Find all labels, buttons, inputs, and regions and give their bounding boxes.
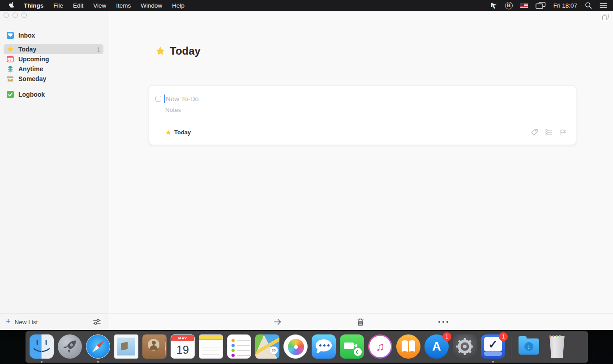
dock-item-safari[interactable] <box>86 334 110 362</box>
menu-clock[interactable]: Fri 18:07 <box>553 2 577 9</box>
someday-box-icon <box>7 75 14 82</box>
flag-icon[interactable] <box>559 128 567 136</box>
facetime-icon <box>340 334 364 359</box>
menu-app-name[interactable]: Things <box>24 2 43 9</box>
notes-icon <box>199 334 223 359</box>
more-options-button[interactable] <box>438 321 448 323</box>
logbook-check-icon <box>7 91 14 98</box>
dock-item-app-store[interactable]: A 1 <box>424 334 449 362</box>
menu-help[interactable]: Help <box>172 2 184 9</box>
move-arrow-button[interactable] <box>274 318 282 326</box>
running-indicator <box>97 361 99 363</box>
things-check-glyph: ✓ <box>489 339 498 350</box>
download-arrow-glyph: ↓ <box>527 343 531 350</box>
sidebar-nav: Inbox Today 1 Upcoming <box>4 30 103 99</box>
sidebar-item-label: Anytime <box>18 65 43 73</box>
sidebar-item-today[interactable]: Today 1 <box>4 44 103 54</box>
dock-item-launchpad[interactable] <box>58 334 82 362</box>
apple-menu-icon[interactable] <box>9 2 15 9</box>
dock-item-reminders[interactable] <box>227 334 251 362</box>
dock-item-contacts[interactable] <box>142 334 167 362</box>
reminders-icon <box>227 334 251 359</box>
dock-item-ibooks[interactable] <box>396 334 420 362</box>
menu-edit[interactable]: Edit <box>73 2 83 9</box>
calendar-day: 19 <box>171 341 194 358</box>
running-indicator <box>41 361 43 363</box>
today-star-icon-large <box>155 46 166 56</box>
sidebar-item-someday[interactable]: Someday <box>4 74 103 84</box>
zoom-window-button[interactable] <box>21 13 27 18</box>
trash-icon <box>545 334 569 359</box>
when-star-icon <box>165 129 171 136</box>
sidebar: Inbox Today 1 Upcoming <box>0 11 107 330</box>
app-store-badge: 1 <box>442 332 451 341</box>
dock-item-messages[interactable] <box>312 334 336 362</box>
new-todo-card[interactable]: New To-Do Notes Today <box>149 85 576 145</box>
todo-notes-input[interactable]: Notes <box>165 107 181 113</box>
safari-icon <box>86 334 110 359</box>
todo-when-row[interactable]: Today <box>165 129 191 136</box>
downloads-folder-icon: ↓ <box>517 334 541 359</box>
pointer-status-icon[interactable] <box>490 2 497 9</box>
menu-view[interactable]: View <box>93 2 106 9</box>
dock-item-trash[interactable] <box>545 334 569 362</box>
bottom-toolbar <box>107 313 613 330</box>
dock-item-photos[interactable] <box>283 334 308 362</box>
traffic-lights <box>4 13 27 18</box>
dock-item-downloads[interactable]: ↓ <box>517 334 541 362</box>
minimize-window-button[interactable] <box>13 13 18 18</box>
dock-item-finder[interactable] <box>30 334 54 362</box>
displays-status-icon[interactable] <box>536 2 546 9</box>
todo-checkbox[interactable] <box>155 96 161 102</box>
ibooks-icon <box>396 334 420 359</box>
us-flag-input-source-icon[interactable] <box>520 3 528 8</box>
close-window-button[interactable] <box>4 13 9 18</box>
inbox-icon <box>7 32 14 39</box>
calendar-month: MAY <box>171 335 194 341</box>
new-window-icon[interactable] <box>602 13 609 21</box>
dock-item-maps[interactable]: 3D <box>255 334 279 362</box>
sidebar-item-label: Logbook <box>18 91 45 98</box>
sidebar-item-logbook[interactable]: Logbook <box>4 90 103 99</box>
sidebar-item-count: 1 <box>97 46 100 53</box>
menu-items[interactable]: Items <box>116 2 131 9</box>
b-circle-status-icon[interactable]: B <box>505 2 513 9</box>
maps-3d-label: 3D <box>272 349 276 352</box>
todo-title-row: New To-Do <box>155 94 199 103</box>
todo-card-actions <box>531 128 567 136</box>
sidebar-item-label: Inbox <box>18 32 35 39</box>
dock-item-facetime[interactable] <box>340 334 364 362</box>
dock-item-calendar[interactable]: MAY 19 <box>171 334 195 362</box>
main-content: Today New To-Do Notes Today <box>107 11 613 330</box>
sidebar-item-anytime[interactable]: Anytime <box>4 64 103 74</box>
calendar-icon: MAY 19 <box>171 334 195 359</box>
things-app-window: Inbox Today 1 Upcoming <box>0 11 613 330</box>
spotlight-search-icon[interactable] <box>585 2 592 9</box>
upcoming-calendar-icon <box>7 56 14 63</box>
dock-item-itunes[interactable]: ♫ <box>368 334 392 362</box>
notification-center-icon[interactable] <box>600 2 607 9</box>
dock-item-notes[interactable] <box>199 334 223 362</box>
itunes-icon: ♫ <box>368 334 392 359</box>
launchpad-icon <box>58 334 82 359</box>
mail-icon <box>114 334 138 359</box>
dock-item-system-preferences[interactable] <box>453 334 477 362</box>
running-indicator <box>492 361 494 363</box>
sidebar-footer: + New List <box>0 313 107 330</box>
sidebar-item-inbox[interactable]: Inbox <box>4 30 103 40</box>
tag-icon[interactable] <box>531 128 538 136</box>
menu-window[interactable]: Window <box>141 2 162 9</box>
dock-item-things[interactable]: ✓ 1 <box>481 334 505 362</box>
todo-title-input[interactable]: New To-Do <box>166 95 199 103</box>
dock-item-mail[interactable] <box>114 334 138 362</box>
menu-file[interactable]: File <box>53 2 63 9</box>
when-label: Today <box>174 129 191 136</box>
sidebar-item-label: Upcoming <box>18 56 49 63</box>
filter-sliders-icon[interactable] <box>93 318 101 326</box>
checklist-icon[interactable] <box>545 128 553 136</box>
sidebar-item-upcoming[interactable]: Upcoming <box>4 54 103 64</box>
trash-button[interactable] <box>357 318 364 326</box>
new-list-button[interactable]: New List <box>15 319 38 325</box>
sidebar-item-label: Today <box>18 46 36 53</box>
dock-divider <box>511 334 511 360</box>
